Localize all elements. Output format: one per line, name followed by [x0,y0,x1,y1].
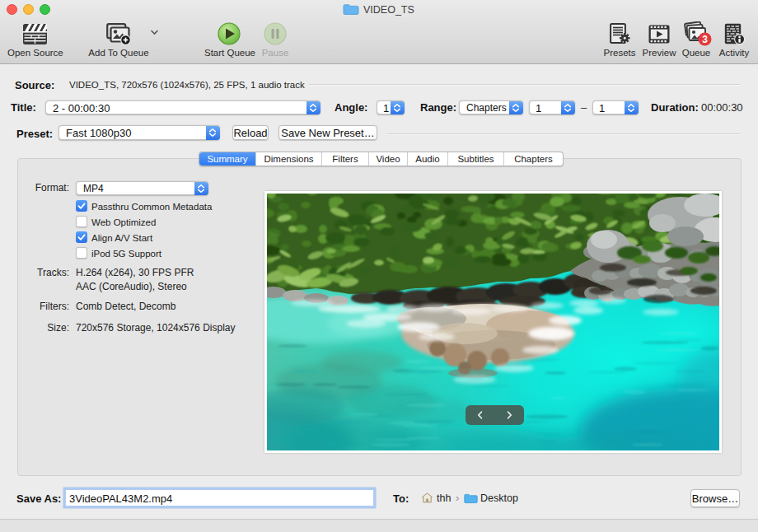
svg-text:3: 3 [702,34,708,45]
